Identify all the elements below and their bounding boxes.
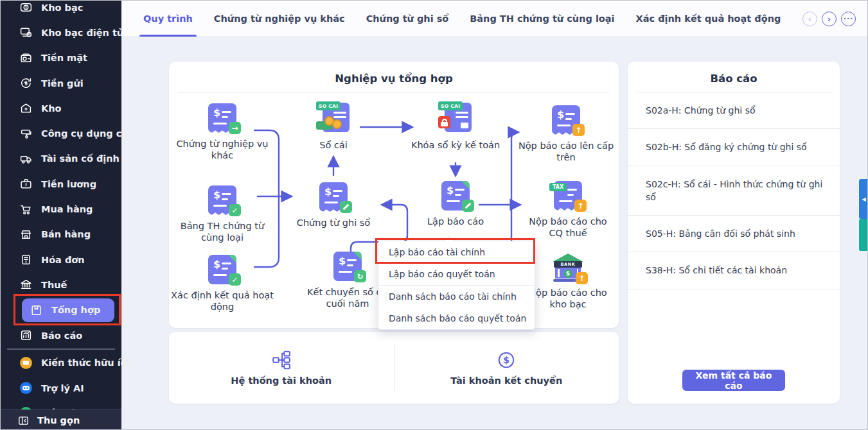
sidebar-item-hoa-don[interactable]: Hóa đơn bbox=[1, 247, 121, 272]
sidebar-menu: Kho bạc Kho bạc điện tử Tiền mặt Tiền gử… bbox=[1, 0, 121, 426]
e-treasury-icon bbox=[19, 26, 33, 39]
sidebar-item-ban-hang[interactable]: Bán hàng bbox=[1, 222, 121, 247]
sidebar-item-tien-luong[interactable]: Tiền lương bbox=[1, 171, 121, 196]
quick-links-panel: Hệ thống tài khoản $ Tài khoản kết chuyể… bbox=[169, 332, 619, 404]
report-item-s02a[interactable]: S02a-H: Chứng từ ghi sổ bbox=[628, 92, 840, 129]
cart-icon bbox=[19, 203, 33, 216]
sidebar-item-mua-hang[interactable]: Mua hàng bbox=[1, 196, 121, 221]
sidebar-item-bao-cao[interactable]: Báo cáo bbox=[1, 323, 121, 348]
arrow-up-badge: ↑ bbox=[572, 124, 585, 136]
svg-text:$: $ bbox=[503, 354, 509, 365]
flow-node-nop-kho-bac[interactable]: BANK $ ↑ Nộp báo cáo cho kho bạc bbox=[523, 254, 613, 310]
chart-icon bbox=[19, 329, 33, 342]
tools-icon bbox=[19, 127, 33, 141]
report-item-s38[interactable]: S38-H: Sổ chi tiết các tài khoản bbox=[628, 252, 840, 289]
quick-link-he-thong-tai-khoan[interactable]: Hệ thống tài khoản bbox=[169, 332, 394, 404]
report-panel: Báo cáo S02a-H: Chứng từ ghi sổ S02b-H: … bbox=[628, 62, 840, 404]
tab-scroll-right-button[interactable]: › bbox=[822, 12, 837, 26]
tab-chung-tu-ghi-so[interactable]: Chứng từ ghi sổ bbox=[366, 1, 449, 37]
receipt-arrow-icon: $→ bbox=[208, 103, 236, 133]
sidebar-item-kho-bac-dien-tu[interactable]: Kho bạc điện tử bbox=[1, 20, 121, 45]
sidebar-item-kho[interactable]: Kho bbox=[1, 96, 121, 121]
lap-bao-cao-context-menu: Lập báo cáo tài chính Lập báo cáo quyết … bbox=[378, 241, 535, 330]
flow-node-bang-th-chung-tu[interactable]: $✓ Bảng TH chứng từ cùng loại bbox=[174, 185, 270, 243]
deposit-icon bbox=[19, 76, 33, 90]
sidebar-item-thue[interactable]: Thuế bbox=[1, 272, 121, 297]
book-icon bbox=[30, 304, 43, 317]
sidebar-item-tai-san-co-dinh[interactable]: Tài sản cố định bbox=[1, 146, 121, 171]
pencil-badge bbox=[462, 200, 474, 212]
flow-title: Nghiệp vụ tổng hợp bbox=[169, 62, 619, 85]
check-badge: ✓ bbox=[229, 204, 241, 216]
flow-node-xac-dinh-ket-qua[interactable]: $✓ Xác định kết quả hoạt động bbox=[171, 255, 274, 313]
account-tree-icon bbox=[272, 350, 291, 370]
flow-node-nop-cq-thue[interactable]: TAX↑ Nộp báo cáo cho CQ thuế bbox=[523, 181, 613, 239]
tab-more-button[interactable]: ··· bbox=[841, 12, 856, 26]
truck-icon bbox=[19, 152, 33, 166]
cash-icon bbox=[19, 51, 33, 65]
tax-receipt-upload-icon: TAX↑ bbox=[554, 181, 582, 211]
tax-bank-icon bbox=[19, 278, 33, 291]
receipt-upload-icon: $↑ bbox=[552, 105, 580, 135]
sidebar-item-tien-mat[interactable]: Tiền mặt bbox=[1, 46, 121, 71]
treasury-icon bbox=[19, 1, 33, 14]
report-item-s05[interactable]: S05-H: Bảng cân đối số phát sinh bbox=[628, 216, 840, 252]
flow-node-lap-bao-cao[interactable]: $ Lập báo cáo bbox=[417, 181, 494, 228]
view-all-reports-button[interactable]: Xem tất cả báo cáo bbox=[682, 370, 785, 391]
flow-node-chung-tu-ghi-so[interactable]: $ Chứng từ ghi sổ bbox=[282, 182, 385, 229]
arrow-up-badge: ↑ bbox=[574, 200, 587, 212]
store-icon bbox=[19, 228, 33, 241]
sidebar-divider bbox=[7, 348, 115, 350]
tab-nav-buttons: ‹ › ··· bbox=[796, 12, 868, 26]
knowledge-icon bbox=[19, 356, 33, 370]
sidebar-item-tong-hop[interactable]: Tổng hợp bbox=[22, 298, 114, 322]
tab-quy-trinh[interactable]: Quy trình bbox=[143, 1, 193, 37]
report-item-s02c[interactable]: S02c-H: Sổ cái - Hình thức chứng từ ghi … bbox=[628, 166, 840, 216]
menu-item-danh-sach-bctc[interactable]: Danh sách báo cáo tài chính bbox=[378, 286, 535, 307]
bank-upload-icon: BANK $ ↑ bbox=[551, 254, 585, 282]
flow-node-khoa-so[interactable]: SO CAI Khóa sổ kỳ kế toán bbox=[411, 101, 500, 151]
sidebar-collapse-button[interactable]: Thu gọn bbox=[1, 409, 121, 430]
tab-xac-dinh-ket-qua-hoat-dong[interactable]: Xác định kết quả hoạt động bbox=[636, 1, 781, 37]
edge-panel-collapse-tab[interactable]: ◀ bbox=[859, 179, 868, 219]
flow-node-chung-tu-nghiep-vu-khac[interactable]: $→ Chứng từ nghiệp vụ khác bbox=[174, 103, 270, 161]
tab-bang-th-chung-tu-cung-loai[interactable]: Bảng TH chứng từ cùng loại bbox=[470, 1, 614, 37]
refresh-badge: ↻ bbox=[354, 270, 366, 282]
ledger-icon: SO CAI bbox=[316, 101, 351, 134]
lock-ledger-icon: SO CAI bbox=[438, 101, 473, 134]
check-badge: ✓ bbox=[229, 273, 241, 286]
lock-badge bbox=[438, 116, 450, 128]
arrow-right-badge: → bbox=[229, 122, 241, 134]
dollar-circle-icon: $ bbox=[497, 350, 516, 370]
sidebar: Kho bạc Kho bạc điện tử Tiền mặt Tiền gử… bbox=[1, 1, 121, 430]
sidebar-item-kien-thuc-huu-ich[interactable]: Kiến thức hữu ích bbox=[1, 350, 121, 375]
top-tab-bar: Quy trình Chứng từ nghiệp vụ khác Chứng … bbox=[121, 1, 868, 37]
menu-item-danh-sach-bcqt[interactable]: Danh sách báo cáo quyết toán bbox=[378, 307, 535, 329]
receipt-pencil-icon: $ bbox=[319, 182, 348, 212]
sidebar-item-kho-bac[interactable]: Kho bạc bbox=[1, 0, 121, 20]
collapse-icon bbox=[17, 415, 30, 427]
document-check-icon: $✓ bbox=[208, 255, 236, 284]
warehouse-icon bbox=[19, 101, 33, 115]
quick-link-tai-khoan-ket-chuyen[interactable]: $ Tài khoản kết chuyển bbox=[394, 332, 619, 404]
arrow-up-badge: ↑ bbox=[576, 272, 588, 284]
flow-node-so-cai[interactable]: SO CAI Sổ cái bbox=[301, 101, 366, 151]
sidebar-item-tien-gui[interactable]: Tiền gửi bbox=[1, 71, 121, 96]
pencil-badge bbox=[340, 201, 352, 213]
flow-title-divider bbox=[178, 92, 610, 92]
edge-support-tab[interactable] bbox=[859, 219, 868, 251]
sidebar-item-tro-ly-ai[interactable]: Trợ lý AI bbox=[1, 375, 121, 400]
sidebar-item-cong-cu-dung-cu[interactable]: Công cụ dụng cụ bbox=[1, 121, 121, 146]
document-refresh-icon: $↻ bbox=[333, 252, 362, 281]
tab-strip: Quy trình Chứng từ nghiệp vụ khác Chứng … bbox=[121, 1, 796, 37]
menu-item-lap-bao-cao-tai-chinh[interactable]: Lập báo cáo tài chính bbox=[378, 241, 535, 263]
tab-scroll-left-button[interactable]: ‹ bbox=[802, 12, 817, 26]
tab-chung-tu-nghiep-vu-khac[interactable]: Chứng từ nghiệp vụ khác bbox=[214, 1, 345, 37]
invoice-icon bbox=[19, 253, 33, 266]
app-window: Kho bạc Kho bạc điện tử Tiền mặt Tiền gử… bbox=[0, 0, 868, 430]
flow-node-nop-cap-tren[interactable]: $↑ Nộp báo cáo lên cấp trên bbox=[515, 105, 617, 163]
report-panel-title: Báo cáo bbox=[628, 62, 840, 85]
menu-item-lap-bao-cao-quyet-toan[interactable]: Lập báo cáo quyết toán bbox=[378, 263, 535, 285]
report-item-s02b[interactable]: S02b-H: Sổ đăng ký chứng từ ghi sổ bbox=[628, 129, 840, 166]
document-pencil-icon: $ bbox=[441, 181, 470, 211]
